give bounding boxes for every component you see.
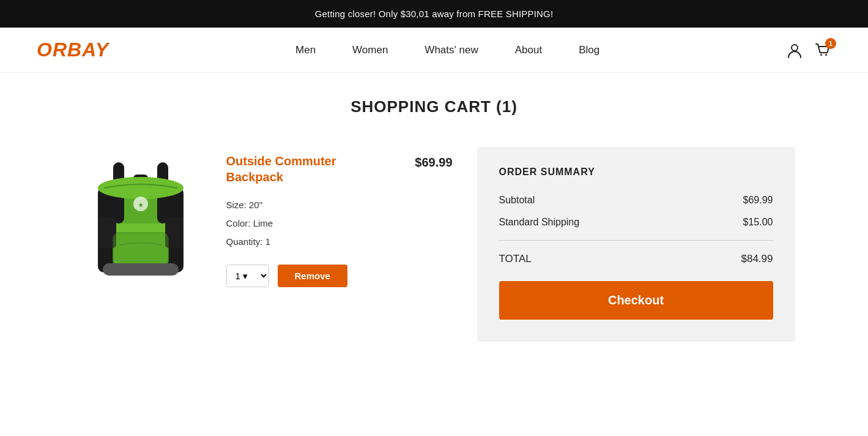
- product-name[interactable]: Outside Commuter Backpack: [226, 153, 379, 185]
- shipping-row: Standard Shipping $15.00: [499, 217, 773, 228]
- svg-point-1: [820, 54, 822, 56]
- cart-item: ★ Outside Commuter Backpack: [73, 147, 453, 294]
- product-actions: 1 ▾ 2 3 4 5 Remove: [226, 265, 453, 287]
- header-icons: 1: [786, 42, 831, 59]
- summary-divider: [499, 240, 773, 241]
- svg-point-11: [98, 177, 184, 199]
- logo[interactable]: ORBAY: [37, 39, 109, 61]
- product-image: ★: [80, 150, 202, 291]
- order-summary: ORDER SUMMARY Subtotal $69.99 Standard S…: [477, 147, 795, 342]
- svg-rect-18: [103, 263, 179, 276]
- account-icon: [786, 42, 803, 59]
- svg-text:★: ★: [138, 202, 144, 208]
- main-nav: Men Women Whats' new About Blog: [295, 44, 599, 56]
- account-button[interactable]: [786, 42, 803, 59]
- total-value: $84.99: [741, 253, 773, 265]
- product-meta: Size: 20" Color: Lime Quantity: 1: [226, 196, 453, 251]
- svg-point-2: [825, 54, 827, 56]
- header: ORBAY Men Women Whats' new About Blog 1: [0, 28, 868, 73]
- product-size: Size: 20": [226, 196, 453, 214]
- subtotal-label: Subtotal: [499, 195, 535, 206]
- subtotal-value: $69.99: [743, 195, 773, 206]
- cart-items: ★ Outside Commuter Backpack: [73, 147, 453, 294]
- cart-badge: 1: [825, 38, 836, 49]
- svg-rect-7: [113, 233, 168, 266]
- total-row: TOTAL $84.99: [499, 253, 773, 265]
- total-label: TOTAL: [499, 253, 532, 265]
- subtotal-row: Subtotal $69.99: [499, 195, 773, 206]
- checkout-button[interactable]: Checkout: [499, 281, 773, 320]
- announcement-bar: Getting closer! Only $30,01 away from FR…: [0, 0, 868, 28]
- nav-whats-new[interactable]: Whats' new: [425, 44, 478, 56]
- nav-blog[interactable]: Blog: [579, 44, 599, 56]
- quantity-select[interactable]: 1 ▾ 2 3 4 5: [226, 265, 269, 287]
- product-price: $69.99: [415, 156, 452, 170]
- svg-rect-16: [98, 217, 116, 248]
- shipping-label: Standard Shipping: [499, 217, 580, 228]
- main-content: SHOPPING CART (1): [37, 73, 832, 378]
- product-details: Outside Commuter Backpack $69.99 Size: 2…: [226, 147, 453, 287]
- product-image-wrap: ★: [73, 147, 208, 294]
- svg-point-0: [792, 45, 798, 51]
- svg-rect-17: [165, 217, 184, 248]
- cart-button[interactable]: 1: [814, 42, 831, 59]
- cart-layout: ★ Outside Commuter Backpack: [73, 147, 795, 342]
- shipping-value: $15.00: [743, 217, 773, 228]
- product-quantity-label: Quantity: 1: [226, 233, 453, 251]
- nav-women[interactable]: Women: [352, 44, 388, 56]
- product-color: Color: Lime: [226, 214, 453, 233]
- page-title: SHOPPING CART (1): [73, 97, 795, 116]
- announcement-text: Getting closer! Only $30,01 away from FR…: [315, 9, 554, 19]
- nav-men[interactable]: Men: [295, 44, 316, 56]
- remove-button[interactable]: Remove: [278, 265, 347, 287]
- nav-about[interactable]: About: [515, 44, 542, 56]
- summary-title: ORDER SUMMARY: [499, 167, 773, 178]
